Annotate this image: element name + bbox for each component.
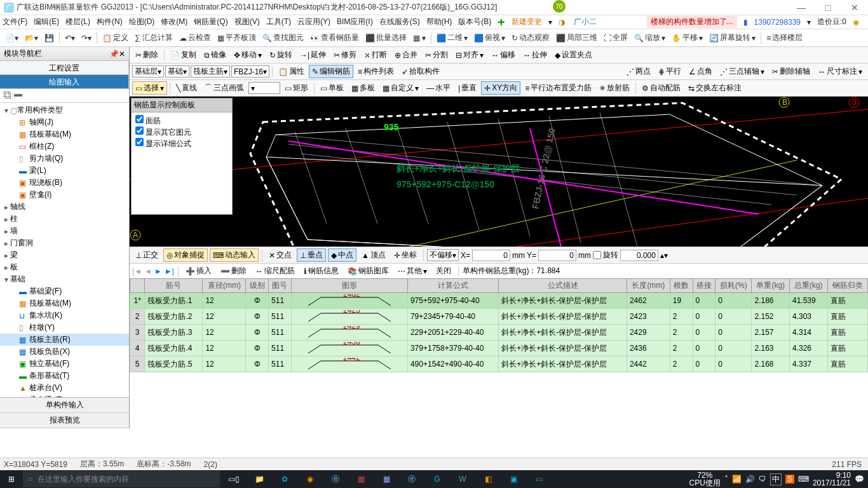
tree-common[interactable]: 常用构件类型 (17, 105, 63, 116)
tree-beam[interactable]: 梁 (10, 250, 18, 261)
add-shape-icon[interactable]: ⿻ (4, 91, 11, 100)
tray-up-icon[interactable]: ˄ (724, 475, 728, 484)
menu-bim[interactable]: BIM应用(I) (337, 17, 373, 27)
ie-icon[interactable]: ⓔ (400, 471, 423, 487)
tree-item[interactable]: 筏板基础(M) (29, 129, 71, 140)
menu-rebar[interactable]: 钢筋量(Q) (194, 17, 227, 27)
rebar-grid[interactable]: 筋号直径(mm)级别图号图形计算公式公式描述长度(mm)根数搭接损耗(%)单重(… (130, 278, 868, 428)
app1-icon[interactable]: ✿ (273, 471, 296, 487)
rect-button[interactable]: ▭ 矩形 (281, 81, 311, 95)
tree-item[interactable]: 剪力墙(Q) (29, 153, 63, 164)
tree-item[interactable]: 桩承台(V) (29, 383, 62, 393)
task-view-icon[interactable]: ▭▯ (222, 471, 245, 487)
line-icon[interactable]: ➖ (13, 91, 23, 100)
col-header[interactable]: 图号 (269, 279, 292, 293)
app4-icon[interactable]: ▦ (375, 471, 398, 487)
coord-button[interactable]: ✛ 坐标 (391, 248, 420, 262)
tree-item[interactable]: 筏板负筋(X) (29, 346, 70, 357)
2d-button[interactable]: 🟦 二维 ▾ (434, 31, 470, 44)
rotate-screen-button[interactable]: 🔄 屏幕旋转 ▾ (707, 31, 758, 44)
clock[interactable]: 9:102017/11/21 (813, 471, 851, 487)
top-button[interactable]: ▲ 顶点 (358, 248, 389, 262)
arc-count-select[interactable]: ▾ (248, 82, 280, 94)
table-row[interactable]: 5筏板受力筋.512Φ511 2442 490+1542+490-40-40斜长… (130, 356, 868, 372)
menu-edit[interactable]: 编辑(E) (34, 17, 59, 27)
rebar-display-panel[interactable]: 钢筋显示控制面板 面筋 显示其它图元 显示详细公式 (131, 98, 233, 215)
stretch-button[interactable]: ↔ 拉伸 (520, 48, 550, 62)
col-header[interactable]: 损耗(%) (715, 279, 752, 293)
tree-item[interactable]: 梁(L) (29, 165, 46, 176)
network-icon[interactable]: 📶 (732, 475, 742, 484)
ime-icon[interactable]: 中 (770, 473, 782, 485)
trim-button[interactable]: ✂ 修剪 (330, 48, 360, 62)
col-header[interactable]: 图形 (291, 279, 407, 293)
local3d-button[interactable]: ⬛ 局部三维 (553, 31, 600, 44)
undo-icon[interactable]: ↶▾ (62, 32, 78, 44)
check-top-rebar[interactable]: 面筋 (135, 115, 228, 126)
app6-icon[interactable]: ◧ (477, 471, 499, 487)
del-aux-button[interactable]: ✂ 删除辅轴 (769, 65, 813, 78)
close-grid-button[interactable]: 关闭 (433, 264, 454, 278)
grip-button[interactable]: ◆ 设置夹点 (552, 48, 595, 62)
single-slab-button[interactable]: ▭ 单板 (317, 81, 347, 95)
rebar-type-select[interactable]: 筏板主筋 ▾ (191, 65, 230, 78)
start-icon[interactable]: ⊞ (0, 475, 23, 484)
copy-button[interactable]: 📄 复制 (167, 48, 200, 62)
menu-tool[interactable]: 工具(T) (266, 17, 291, 27)
zoom-button[interactable]: 🔍 缩放 ▾ (632, 31, 668, 44)
menu-floor[interactable]: 楼层(L) (65, 17, 90, 27)
first-icon[interactable]: |◄ (132, 267, 142, 276)
merge-button[interactable]: ⊕ 合并 (391, 48, 421, 62)
minimize-icon[interactable]: — (792, 3, 811, 13)
col-header[interactable] (130, 279, 145, 293)
app2-icon[interactable]: ◉ (299, 471, 322, 487)
calc-button[interactable]: ∑ 汇总计算 (132, 31, 175, 44)
vert-button[interactable]: | 垂直 (455, 81, 480, 95)
insert-row-button[interactable]: ➕ 插入 (182, 264, 215, 278)
top-view-button[interactable]: 🟦 俯视 ▾ (471, 31, 508, 44)
horiz-button[interactable]: — 水平 (423, 81, 454, 95)
tree-opening[interactable]: 门窗洞 (10, 238, 33, 248)
delete-button[interactable]: ✂ 删除 (132, 48, 161, 62)
volume-icon[interactable]: 🔊 (745, 475, 755, 484)
tree-item[interactable]: 基础梁(F) (29, 286, 62, 297)
user-name[interactable]: 广小二 (574, 17, 597, 27)
swap-button[interactable]: ⇆ 交换左右标注 (685, 81, 745, 95)
rebar-lib-button[interactable]: 📚 钢筋图库 (344, 264, 392, 278)
rebar-info-button[interactable]: ℹ 钢筋信息 (301, 264, 342, 278)
parallel-aux-button[interactable]: ⋕ 平行 (655, 65, 684, 78)
tree-slab[interactable]: 板 (10, 262, 18, 273)
menu-cloud[interactable]: 云应用(Y) (297, 17, 330, 27)
pan-button[interactable]: ✋ 平移 ▾ (669, 31, 705, 44)
fullscreen-button[interactable]: ⛶ 全屏 (601, 31, 630, 44)
delete-row-button[interactable]: ➖ 删除 (217, 264, 250, 278)
tree-item[interactable]: 柱墩(Y) (29, 322, 55, 333)
y-input[interactable] (538, 250, 576, 261)
batch-select-button[interactable]: ⬛ 批量选择 (363, 31, 409, 44)
next-icon[interactable]: ► (154, 267, 162, 276)
col-header[interactable]: 根数 (670, 279, 693, 293)
close-panel-icon[interactable]: ✕ (119, 50, 125, 58)
dim-button[interactable]: ↔ 尺寸标注 ▾ (815, 65, 865, 78)
parallel-force-button[interactable]: ≡ 平行边布置受力筋 (522, 81, 595, 95)
dynin-button[interactable]: ⌨ 动态输入 (210, 248, 259, 262)
rotate-check[interactable] (593, 251, 601, 259)
table-row[interactable]: 4筏板受力筋.412Φ511 2436 379+1758+379-40-40斜长… (130, 341, 868, 356)
rebar-code-select[interactable]: FBZJ-16 ▾ (231, 65, 269, 78)
two-point-button[interactable]: ⋰ 两点 (623, 65, 654, 78)
point-angle-button[interactable]: ∠ 点角 (686, 65, 715, 78)
tab-drawing[interactable]: 绘图输入 (0, 75, 129, 88)
table-row[interactable]: 2筏板受力筋.212Φ511 2423 79+2345+79-40-40斜长+净… (130, 309, 868, 325)
rebar-qty-button[interactable]: 👀 查看钢筋量 (308, 31, 362, 44)
line-button[interactable]: ╲ 直线 (173, 81, 200, 95)
avatar-icon[interactable]: ◑ (559, 18, 565, 27)
battery-icon[interactable]: 🗨 (759, 475, 766, 484)
spinner-icon[interactable]: ▴▾ (660, 251, 668, 260)
tree-item[interactable]: 轴网(J) (29, 117, 53, 128)
tree-item[interactable]: 独立基础(F) (29, 358, 69, 369)
menu-draw[interactable]: 绘图(D) (129, 17, 155, 27)
find-button[interactable]: 🔍 查找图元 (260, 31, 306, 44)
pin-icon[interactable]: 📌 (109, 50, 119, 58)
last-icon[interactable]: ►| (165, 267, 174, 276)
move-button[interactable]: ✥ 移动 ▾ (231, 48, 265, 62)
